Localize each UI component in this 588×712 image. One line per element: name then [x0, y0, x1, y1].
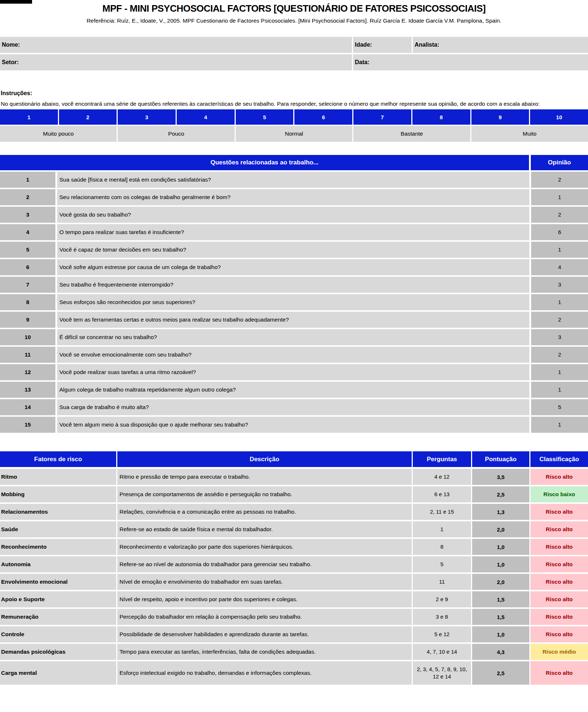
question-opinion-value[interactable]: 3	[531, 277, 588, 293]
scale-number-cell: 4	[177, 109, 235, 125]
question-number: 13	[0, 382, 55, 398]
rating-scale: 12345678910 Muito poucoPoucoNormalBastan…	[0, 109, 588, 142]
question-number: 6	[0, 259, 55, 275]
risk-factor-row: Envolvimento emocionalNível de emoção e …	[0, 574, 588, 590]
question-row: 7Seu trabalho é frequentemente interromp…	[0, 277, 588, 293]
setor-field[interactable]: Setor:	[0, 54, 352, 70]
instructions-label: Instruções:	[1, 90, 588, 97]
risk-factor-questions: 2 e 9	[413, 591, 471, 607]
question-number: 10	[0, 329, 55, 345]
question-text: Você é capaz de tomar decisões em seu tr…	[57, 242, 529, 258]
nome-label: Nome:	[2, 42, 20, 48]
scale-number-cell: 1	[0, 109, 58, 125]
question-opinion-value[interactable]: 1	[531, 417, 588, 433]
question-text: Sua carga de trabalho é muito alta?	[57, 399, 529, 415]
risk-factor-questions: 8	[413, 539, 471, 555]
question-text: Seus esforços são reconhecidos por seus …	[57, 294, 529, 310]
analista-label: Analista:	[415, 42, 439, 48]
question-opinion-value[interactable]: 5	[531, 399, 588, 415]
instructions-text: No questionário abaixo, você encontrará …	[1, 99, 588, 109]
analista-field[interactable]: Analista:	[413, 37, 588, 53]
risk-factor-score: 2,5	[472, 486, 529, 502]
scale-label-cell: Muito pouco	[0, 126, 117, 142]
question-row: 8Seus esforços são reconhecidos por seus…	[0, 294, 588, 310]
question-opinion-value[interactable]: 1	[531, 364, 588, 380]
risk-factor-questions: 2, 3, 4, 5, 7, 8, 9, 10, 12 e 14	[413, 661, 471, 685]
question-opinion-value[interactable]: 1	[531, 189, 588, 205]
risk-factor-row: RitmoRitmo e pressão de tempo para execu…	[0, 469, 588, 485]
risk-factor-name: Demandas psicológicas	[0, 644, 116, 660]
question-opinion-value[interactable]: 2	[531, 172, 588, 188]
risk-factor-questions: 1	[413, 521, 471, 537]
question-number: 7	[0, 277, 55, 293]
risk-factor-description: Ritmo e pressão de tempo para executar o…	[117, 469, 412, 485]
question-row: 5Você é capaz de tomar decisões em seu t…	[0, 242, 588, 258]
risk-header-score: Pontuação	[472, 451, 529, 467]
risk-classification-badge: Risco alto	[530, 626, 588, 642]
question-text: Seu relacionamento com os colegas de tra…	[57, 189, 529, 205]
risk-classification-badge: Risco alto	[530, 574, 588, 590]
risk-factor-row: Apoio e SuporteNível de respeito, apoio …	[0, 591, 588, 607]
risk-factor-score: 1,5	[472, 591, 529, 607]
risk-header-factor: Fatores de risco	[0, 451, 116, 467]
idade-label: Idade:	[355, 42, 372, 48]
question-number: 8	[0, 294, 55, 310]
risk-factor-questions: 2, 11 e 15	[413, 504, 471, 520]
question-row: 9Você tem as ferramentas certas e outros…	[0, 312, 588, 328]
question-text: Sua saúde [física e mental] está em cond…	[57, 172, 529, 188]
question-opinion-value[interactable]: 2	[531, 312, 588, 328]
question-number: 4	[0, 224, 55, 240]
risk-factor-questions: 4, 7, 10 e 14	[413, 644, 471, 660]
data-field[interactable]: Data:	[353, 54, 588, 70]
question-text: Você tem as ferramentas certas e outros …	[57, 312, 529, 328]
question-number: 9	[0, 312, 55, 328]
risk-factor-score: 2,0	[472, 521, 529, 537]
question-opinion-value[interactable]: 4	[531, 259, 588, 275]
risk-factor-score: 1,3	[472, 504, 529, 520]
risk-factor-description: Possibilidade de desenvolver habilidades…	[117, 626, 412, 642]
risk-classification-badge: Risco alto	[530, 556, 588, 572]
question-opinion-value[interactable]: 1	[531, 382, 588, 398]
risk-factor-description: Refere-se ao estado de saúde física e me…	[117, 521, 412, 537]
question-opinion-value[interactable]: 2	[531, 347, 588, 363]
question-row: 4O tempo para realizar suas tarefas é in…	[0, 224, 588, 240]
risk-factor-name: Carga mental	[0, 661, 116, 685]
question-number: 1	[0, 172, 55, 188]
scale-number-cell: 3	[118, 109, 176, 125]
nome-field[interactable]: Nome:	[0, 37, 352, 53]
scale-labels-row: Muito poucoPoucoNormalBastanteMuito	[0, 126, 588, 142]
question-text: Você pode realizar suas tarefas a uma ri…	[57, 364, 529, 380]
questions-table-header: Questões relacionadas ao trabalho... Opi…	[0, 155, 588, 170]
risk-factor-score: 1,5	[472, 609, 529, 625]
idade-field[interactable]: Idade:	[353, 37, 412, 53]
questions-header-cell: Questões relacionadas ao trabalho...	[0, 155, 529, 170]
form-row-1: Nome: Idade: Analista:	[0, 37, 588, 53]
risk-factor-questions: 5	[413, 556, 471, 572]
question-row: 10É difícil se concentrar no seu trabalh…	[0, 329, 588, 345]
question-opinion-value[interactable]: 1	[531, 294, 588, 310]
opinion-header-cell: Opinião	[531, 155, 588, 170]
risk-factor-description: Reconhecimento e valorização por parte d…	[117, 539, 412, 555]
question-opinion-value[interactable]: 2	[531, 207, 588, 223]
risk-factor-name: Autonomia	[0, 556, 116, 572]
question-text: Você sofre algum estresse por causa de u…	[57, 259, 529, 275]
question-row: 6Você sofre algum estresse por causa de …	[0, 259, 588, 275]
risk-header-description: Descrição	[117, 451, 412, 467]
risk-classification-badge: Risco alto	[530, 469, 588, 485]
risk-factor-row: Demandas psicológicasTempo para executar…	[0, 644, 588, 660]
risk-classification-badge: Risco médio	[530, 644, 588, 660]
risk-factor-name: Remuneração	[0, 609, 116, 625]
question-opinion-value[interactable]: 6	[531, 224, 588, 240]
risk-factor-description: Esforço intelectual exigido no trabalho,…	[117, 661, 412, 685]
risk-factor-description: Presença de comportamentos de assédio e …	[117, 486, 412, 502]
risk-factor-name: Reconhecimento	[0, 539, 116, 555]
risk-factor-name: Envolvimento emocional	[0, 574, 116, 590]
risk-factor-row: SaúdeRefere-se ao estado de saúde física…	[0, 521, 588, 537]
risk-factor-name: Mobbing	[0, 486, 116, 502]
question-opinion-value[interactable]: 3	[531, 329, 588, 345]
question-opinion-value[interactable]: 1	[531, 242, 588, 258]
page-header: MPF - MINI PSYCHOSOCIAL FACTORS [QUESTIO…	[0, 3, 588, 24]
risk-factor-name: Saúde	[0, 521, 116, 537]
form-row-2: Setor: Data:	[0, 54, 588, 70]
risk-factor-score: 2,5	[472, 661, 529, 685]
